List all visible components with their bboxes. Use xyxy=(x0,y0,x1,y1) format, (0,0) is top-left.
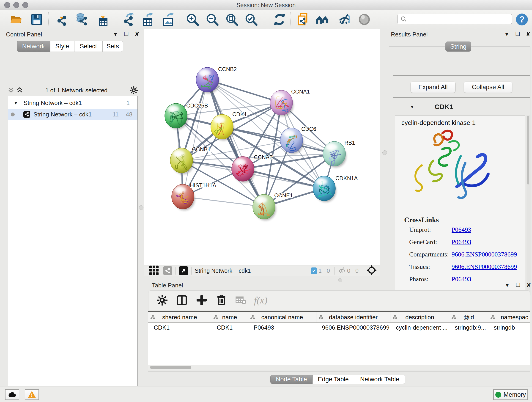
grayscale-orb-icon[interactable] xyxy=(357,13,371,26)
column-header-canonical-name[interactable]: canonical name xyxy=(248,312,317,322)
help-icon[interactable]: ? xyxy=(515,13,529,26)
clone-network-icon[interactable] xyxy=(297,13,310,26)
column-type-icon xyxy=(393,315,397,319)
import-network-database-icon[interactable] xyxy=(75,13,89,26)
cloud-button[interactable] xyxy=(5,389,19,400)
open-session-icon[interactable] xyxy=(9,13,23,26)
table-cell[interactable]: stringdb xyxy=(488,323,532,332)
node-CDK1[interactable] xyxy=(211,114,234,140)
tab-string[interactable]: String xyxy=(445,41,471,51)
network-options-gear-icon[interactable] xyxy=(130,86,138,94)
import-network-file-icon[interactable] xyxy=(56,13,69,26)
collection-expand-triangle-icon[interactable]: ▼ xyxy=(13,100,18,106)
control-panel-tabs: NetworkStyleSelectSets xyxy=(17,41,123,52)
node-CDC6[interactable] xyxy=(280,128,303,154)
zoom-out-icon[interactable] xyxy=(205,13,219,26)
table-cell[interactable]: cyclin-dependent ... xyxy=(390,323,449,332)
hidden-items-eye-icon[interactable] xyxy=(338,267,346,274)
results-panel-title: Results Panel xyxy=(391,31,428,38)
tab-edge-table[interactable]: Edge Table xyxy=(312,375,354,384)
left-splitter-handle[interactable] xyxy=(139,205,143,210)
export-table-icon[interactable] xyxy=(141,13,155,26)
expand-all-button[interactable]: Expand All xyxy=(411,82,456,93)
network-collection-row[interactable]: ▼ String Network – cdk1 1 xyxy=(8,97,138,109)
crosslink-link[interactable]: P06493 xyxy=(452,226,471,233)
birdseye-view-icon[interactable] xyxy=(179,266,188,275)
export-network-icon[interactable] xyxy=(122,13,136,26)
node-CDC25B[interactable] xyxy=(165,103,188,129)
entry-collapse-triangle-icon[interactable]: ▼ xyxy=(410,104,414,109)
network-view-mode-icon[interactable] xyxy=(163,266,172,275)
node-RB1[interactable] xyxy=(323,141,346,167)
column-header-shared-name[interactable]: shared name xyxy=(148,312,211,322)
zoom-in-icon[interactable] xyxy=(186,13,199,26)
panel-menu-chevron-icon[interactable]: ▼ xyxy=(505,282,510,288)
tab-style[interactable]: Style xyxy=(50,41,74,52)
create-column-plus-icon[interactable] xyxy=(196,294,208,306)
collapse-all-button[interactable]: Collapse All xyxy=(464,82,512,93)
column-header-description[interactable]: description xyxy=(390,312,449,322)
homes-icon[interactable] xyxy=(316,13,329,26)
column-header-namespac[interactable]: namespac xyxy=(488,312,532,322)
collapse-all-icon[interactable] xyxy=(8,87,14,94)
node-CDKN1A[interactable] xyxy=(313,176,336,202)
column-header--id[interactable]: @id xyxy=(449,312,488,322)
panel-float-icon[interactable]: ❑ xyxy=(515,32,520,37)
table-options-gear-icon[interactable] xyxy=(156,294,168,306)
crosslink-link[interactable]: 9606.ENSP00000378699 xyxy=(452,251,517,258)
column-header-database-identifier[interactable]: database identifier xyxy=(317,312,390,322)
panel-close-icon[interactable]: ✘ xyxy=(526,282,531,288)
node-CCNA1[interactable] xyxy=(270,90,293,116)
expand-all-icon[interactable] xyxy=(17,87,23,94)
search-box[interactable] xyxy=(398,14,512,24)
edge-HIST1H1A-CCNE1[interactable] xyxy=(183,197,264,207)
column-type-icon xyxy=(151,315,155,319)
table-horizontal-scrollbar[interactable] xyxy=(148,365,530,370)
search-input[interactable] xyxy=(409,16,509,22)
panel-close-icon[interactable]: ✘ xyxy=(135,32,139,37)
show-grid-icon[interactable] xyxy=(149,265,159,276)
show-columns-icon[interactable] xyxy=(176,294,188,306)
network-canvas[interactable]: CCNB2CCNA1CDC25BCDK1CDC6RB1CCNB1CCNA2CDK… xyxy=(144,29,380,265)
node-CCNA2[interactable] xyxy=(232,157,255,183)
table-cell[interactable]: stringdb:9... xyxy=(449,323,488,332)
right-splitter-handle[interactable] xyxy=(382,150,387,155)
warnings-button[interactable] xyxy=(25,389,39,400)
network-row-selected[interactable]: String Network – cdk1 11 48 xyxy=(8,109,138,120)
zoom-fit-icon[interactable] xyxy=(225,13,239,26)
table-cell[interactable]: 9606.ENSP00000378699 xyxy=(317,323,390,332)
panel-menu-chevron-icon[interactable]: ▼ xyxy=(113,32,118,37)
column-header-name[interactable]: name xyxy=(211,312,248,322)
selected-items-checkbox-icon[interactable] xyxy=(311,268,317,274)
crosslink-row: Tissues:9606.ENSP00000378699 xyxy=(409,263,519,270)
panel-close-icon[interactable]: ✘ xyxy=(526,32,531,37)
delete-column-trash-icon[interactable] xyxy=(215,294,227,306)
results-vertical-scrollbar[interactable] xyxy=(526,115,530,291)
tab-node-table[interactable]: Node Table xyxy=(270,375,312,384)
hide-show-eye-icon[interactable] xyxy=(338,13,351,26)
memory-button[interactable]: Memory xyxy=(493,389,528,400)
table-cell[interactable]: CDK1 xyxy=(211,323,248,332)
node-CCNE1[interactable] xyxy=(253,194,276,220)
panel-float-icon[interactable]: ❑ xyxy=(124,32,129,37)
export-image-icon[interactable] xyxy=(162,13,176,26)
panel-menu-chevron-icon[interactable]: ▼ xyxy=(504,32,510,37)
apply-layout-icon[interactable] xyxy=(273,13,286,26)
table-cell[interactable]: CDK1 xyxy=(148,323,211,332)
import-table-file-icon[interactable] xyxy=(96,13,110,26)
node-CCNB1[interactable] xyxy=(170,148,193,174)
edge-CCNA2-CDKN1A[interactable] xyxy=(243,169,324,188)
crosslink-link[interactable]: P06493 xyxy=(452,238,471,246)
tab-sets[interactable]: Sets xyxy=(102,41,123,52)
crosslink-link[interactable]: 9606.ENSP00000378699 xyxy=(452,263,517,270)
zoom-selected-icon[interactable] xyxy=(244,13,258,26)
node-entry-header[interactable]: ▼ CDK1 xyxy=(394,100,530,114)
fit-selected-crosshair-icon[interactable] xyxy=(367,265,377,276)
tab-network-table[interactable]: Network Table xyxy=(354,375,405,384)
column-type-icon xyxy=(319,315,323,319)
tab-network[interactable]: Network xyxy=(17,41,50,52)
save-session-icon[interactable] xyxy=(30,13,44,26)
tab-select[interactable]: Select xyxy=(74,41,102,52)
table-cell[interactable]: P06493 xyxy=(248,323,317,332)
panel-float-icon[interactable]: ❑ xyxy=(516,283,520,288)
